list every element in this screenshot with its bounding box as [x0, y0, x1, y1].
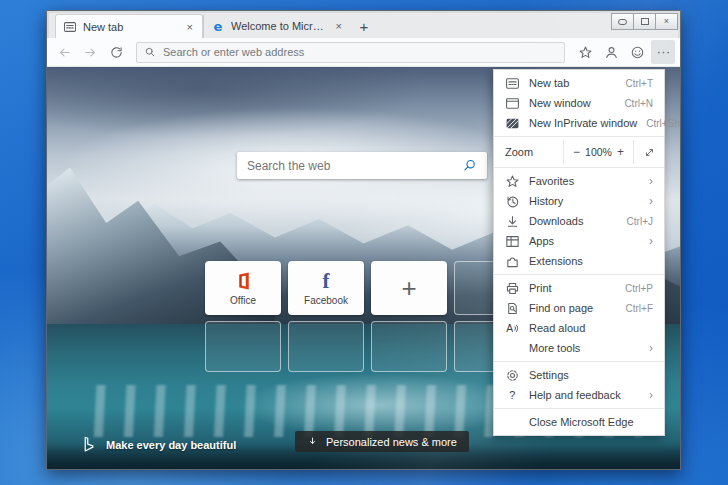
new-tab-page-icon: [63, 20, 77, 34]
web-search-box[interactable]: Search the web: [237, 152, 487, 179]
menu-item-label: Find on page: [529, 302, 617, 314]
menu-item-settings[interactable]: Settings: [494, 365, 664, 385]
search-icon[interactable]: [462, 158, 477, 173]
profile-button[interactable]: [599, 40, 623, 64]
empty-tile-slot[interactable]: [371, 321, 447, 372]
settings-icon: [505, 368, 520, 383]
print-icon: [505, 281, 520, 296]
menu-item-label: Close Microsoft Edge: [529, 416, 653, 428]
menu-item-new-tab[interactable]: New tabCtrl+T: [494, 73, 664, 93]
menu-item-label: New tab: [529, 77, 617, 89]
menu-item-read-aloud[interactable]: ARead aloud: [494, 318, 664, 338]
fullscreen-icon: [643, 146, 656, 159]
back-button[interactable]: [52, 40, 76, 64]
menu-item-help-and-feedback[interactable]: ?Help and feedback›: [494, 385, 664, 405]
menu-item-downloads[interactable]: DownloadsCtrl+J: [494, 211, 664, 231]
search-icon: [144, 46, 156, 58]
star-icon: [578, 45, 593, 60]
quick-link-tile-add[interactable]: +: [371, 261, 447, 315]
tab-title: New tab: [83, 21, 179, 33]
menu-item-label: Read aloud: [529, 322, 653, 334]
menu-item-label: History: [529, 195, 640, 207]
history-icon: [505, 194, 520, 209]
menu-item-shortcut: Ctrl+N: [624, 98, 653, 109]
tab-close-icon[interactable]: ×: [185, 21, 195, 33]
tab-strip: New tab×eWelcome to Microsoft Edge Can× …: [47, 11, 680, 38]
new-tab-page: Search the web OfficefFacebook+ Make eve…: [47, 67, 680, 469]
maximize-icon: [641, 18, 649, 25]
chevron-right-icon: ›: [649, 175, 653, 187]
zoom-out-button[interactable]: −: [573, 145, 580, 159]
forward-button[interactable]: [78, 40, 102, 64]
menu-item-print[interactable]: PrintCtrl+P: [494, 278, 664, 298]
personalized-news-button[interactable]: Personalized news & more: [295, 431, 469, 452]
menu-item-label: Extensions: [529, 255, 653, 267]
download-icon: [505, 214, 520, 229]
empty-tile-slot[interactable]: [205, 321, 281, 372]
favorites-button[interactable]: [573, 40, 597, 64]
menu-item-label: Favorites: [529, 175, 640, 187]
tab-close-icon[interactable]: ×: [334, 20, 344, 32]
menu-item-favorites[interactable]: Favorites›: [494, 171, 664, 191]
facebook-logo-icon: f: [315, 270, 337, 292]
new-window-icon: [505, 96, 520, 111]
menu-item-more-tools[interactable]: More tools›: [494, 338, 664, 358]
maximize-button[interactable]: [633, 13, 656, 30]
add-tile-icon: +: [398, 277, 420, 299]
menu-item-shortcut: Ctrl+F: [626, 303, 654, 314]
edge-logo-icon: e: [211, 19, 225, 33]
chevron-right-icon: ›: [649, 342, 653, 354]
tile-label: Office: [230, 295, 256, 306]
wallpaper-reflection: [237, 373, 522, 437]
menu-item-close-microsoft-edge[interactable]: Close Microsoft Edge: [494, 412, 664, 432]
menu-item-shortcut: Ctrl+Shift+N: [646, 118, 680, 129]
bing-icon: [81, 436, 96, 453]
menu-item-new-window[interactable]: New windowCtrl+N: [494, 93, 664, 113]
find-icon: [505, 301, 520, 316]
window-caption-buttons: ×: [612, 13, 678, 30]
browser-toolbar: Search or enter web address: [47, 38, 680, 67]
apps-icon: [505, 234, 520, 249]
tab-title: Welcome to Microsoft Edge Can: [231, 20, 328, 32]
menu-separator: [494, 361, 664, 362]
ellipsis-icon: [656, 45, 671, 60]
quick-link-tile-facebook[interactable]: fFacebook: [288, 261, 364, 315]
menu-item-apps[interactable]: Apps›: [494, 231, 664, 251]
close-button[interactable]: ×: [655, 13, 678, 30]
zoom-in-button[interactable]: +: [617, 145, 624, 159]
menu-item-label: New window: [529, 97, 615, 109]
office-logo-icon: [232, 270, 254, 292]
inprivate-icon: [505, 116, 520, 131]
refresh-button[interactable]: [104, 40, 128, 64]
read-aloud-icon: A: [505, 321, 520, 336]
chevron-right-icon: ›: [649, 389, 653, 401]
menu-item-find-on-page[interactable]: Find on pageCtrl+F: [494, 298, 664, 318]
zoom-value: 100%: [585, 146, 612, 158]
menu-item-zoom: Zoom−100%+: [494, 140, 664, 164]
svg-text:?: ?: [509, 389, 515, 401]
empty-tile-slot[interactable]: [288, 321, 364, 372]
quick-link-tile-office[interactable]: Office: [205, 261, 281, 315]
down-arrow-icon: [307, 436, 318, 447]
menu-item-history[interactable]: History›: [494, 191, 664, 211]
refresh-icon: [109, 45, 124, 60]
tab-active[interactable]: New tab×: [55, 14, 203, 38]
help-icon: ?: [505, 388, 520, 403]
settings-and-more-button[interactable]: [651, 40, 675, 64]
star-icon: [505, 174, 520, 189]
minimize-button[interactable]: [611, 13, 634, 30]
fullscreen-button[interactable]: [634, 140, 664, 164]
menu-item-new-inprivate-window[interactable]: New InPrivate windowCtrl+Shift+N: [494, 113, 664, 133]
menu-item-extensions[interactable]: Extensions: [494, 251, 664, 271]
new-tab-button[interactable]: +: [351, 14, 377, 38]
address-bar[interactable]: Search or enter web address: [136, 42, 565, 63]
forward-icon: [83, 45, 98, 60]
tab-inactive[interactable]: eWelcome to Microsoft Edge Can×: [203, 14, 351, 38]
tile-label: Facebook: [304, 295, 348, 306]
menu-item-label: New InPrivate window: [529, 117, 637, 129]
wallpaper-cloud: [47, 67, 427, 139]
feedback-button[interactable]: [625, 40, 649, 64]
settings-and-more-menu: New tabCtrl+TNew windowCtrl+NNew InPriva…: [493, 69, 665, 436]
menu-item-label: Downloads: [529, 215, 618, 227]
back-icon: [57, 45, 72, 60]
